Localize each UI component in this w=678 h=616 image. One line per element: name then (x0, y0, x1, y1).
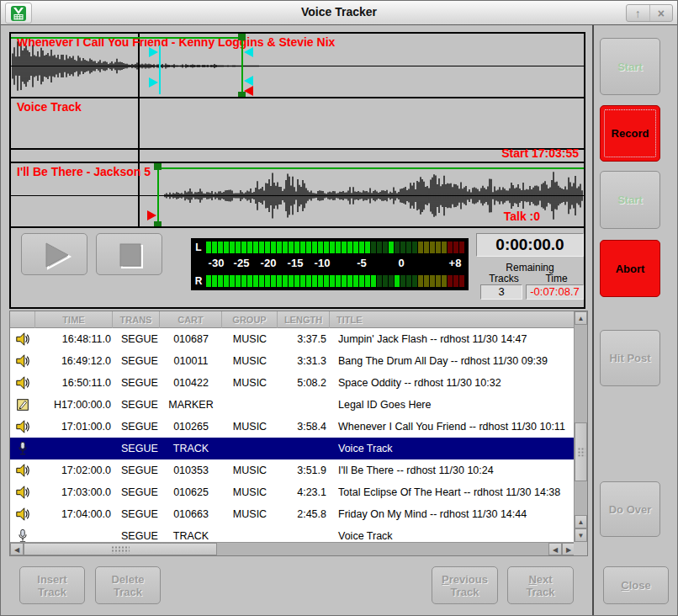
vu-segment (224, 242, 229, 253)
row-group: MUSIC (222, 372, 278, 394)
titlebar[interactable]: Voice Tracker ↑ × (1, 1, 677, 25)
insert-track-button[interactable]: Insert Track (19, 566, 85, 604)
vu-segment (265, 242, 270, 253)
vu-segment (230, 275, 235, 287)
fade-marker-arrow-icon[interactable] (149, 77, 158, 88)
vu-scale: -30-25-20-15-10-50+8 (191, 257, 469, 270)
fade-marker-line[interactable] (159, 45, 161, 94)
marker-handle-icon[interactable] (238, 34, 246, 40)
time-remaining-value: -0:07:08.7 (526, 284, 584, 300)
row-cart: 010687 (160, 328, 222, 350)
play-button[interactable] (21, 233, 87, 275)
vertical-scrollbar[interactable]: ▲ ▲ ▼ (574, 311, 587, 542)
delete-track-button[interactable]: Delete Track (95, 566, 161, 604)
vu-segment (347, 242, 352, 253)
scroll-left-icon[interactable]: ◀ (548, 543, 562, 555)
mic-icon (10, 438, 35, 459)
record-button[interactable]: Record (600, 105, 660, 162)
horizontal-scrollbar[interactable]: ◀ ◀ ▶ (10, 542, 575, 555)
row-time: 17:02:00.0 (35, 459, 113, 481)
vu-segment (342, 242, 347, 253)
horizontal-scroll-thumb[interactable] (24, 543, 217, 555)
start-previous-button[interactable]: Start (600, 38, 660, 95)
row-title: Bang The Drum All Day -- rdhost 11/30 09… (330, 350, 575, 372)
row-group: MUSIC (222, 350, 278, 372)
speaker-icon (10, 459, 35, 481)
vu-segment (453, 242, 458, 253)
row-length (278, 394, 330, 416)
track-panel-next: I'll Be There - Jackson 5 Talk :0 (11, 163, 584, 228)
play-icon (29, 237, 80, 271)
vu-segment (206, 275, 211, 287)
stop-button[interactable] (96, 233, 162, 275)
vu-segment (236, 242, 241, 253)
close-window-button[interactable]: × (649, 5, 673, 21)
segue-end-marker-line[interactable] (241, 35, 243, 98)
abort-button[interactable]: Abort (600, 240, 660, 297)
log-row[interactable]: H17:00:00.0 SEGUE MARKER Legal ID Goes H… (10, 394, 575, 416)
vu-segment (383, 242, 388, 253)
vu-segment (389, 242, 394, 253)
start-marker-line[interactable] (157, 165, 159, 226)
track-title: Voice Track (17, 100, 82, 114)
marker-icon (10, 394, 35, 416)
vertical-scroll-thumb[interactable] (575, 422, 587, 481)
transport-bar: L -30-25-20-15-10-50+8 R 0:00:00.0 Remai… (11, 228, 584, 302)
log-row[interactable]: SEGUE TRACK Voice Track (10, 438, 575, 459)
time-remaining-label: Time (529, 273, 584, 284)
vu-segment (442, 242, 447, 253)
log-row[interactable]: 16:50:11.0 SEGUE 010422 MUSIC 5:08.2 Spa… (10, 372, 575, 394)
vu-segment (206, 242, 211, 253)
vu-segment (377, 242, 382, 253)
fade-marker-arrow-icon[interactable] (244, 47, 253, 57)
hit-post-button[interactable]: Hit Post (600, 330, 660, 386)
speaker-icon (10, 350, 35, 372)
vu-left-label: L (191, 242, 206, 253)
col-icon (10, 311, 35, 328)
do-over-button[interactable]: Do Over (600, 481, 660, 537)
log-row[interactable]: 17:03:00.0 SEGUE 010625 MUSIC 4:23.1 Tot… (10, 481, 575, 503)
log-row[interactable]: 17:01:00.0 SEGUE 010265 MUSIC 3:58.4 Whe… (10, 416, 575, 438)
shade-button[interactable]: ↑ (627, 5, 649, 21)
previous-track-button[interactable]: Previous Track (432, 566, 498, 604)
close-button[interactable]: Close (603, 566, 669, 604)
vu-segment (353, 242, 358, 253)
speaker-icon (10, 328, 35, 350)
row-title: Voice Track (330, 438, 575, 459)
log-row[interactable]: 16:48:11.0 SEGUE 010687 MUSIC 3:37.5 Jum… (10, 328, 575, 350)
marker-handle-icon[interactable] (154, 221, 162, 228)
vu-segment (241, 275, 246, 287)
scroll-up-icon[interactable]: ▲ (575, 311, 587, 325)
start-next-button[interactable]: Start (600, 171, 660, 229)
segue-level-line (11, 37, 243, 39)
vu-segment (265, 275, 270, 287)
track-editor: Whenever I Call You Friend - Kenny Loggi… (9, 32, 585, 309)
end-marker-arrow-icon[interactable] (244, 86, 253, 96)
vu-segment (300, 242, 305, 253)
start-marker-arrow-icon[interactable] (147, 210, 156, 220)
row-length (278, 438, 330, 459)
row-title: Jumpin' Jack Flash -- rdhost 11/30 14:47 (330, 328, 575, 350)
vu-right-segments (206, 275, 465, 287)
fade-marker-arrow-icon[interactable] (244, 76, 253, 86)
row-title: I'll Be There -- rdhost 11/30 10:24 (330, 459, 575, 481)
row-group: MUSIC (222, 503, 278, 525)
vu-segment (365, 242, 370, 253)
vu-segment (424, 275, 429, 287)
vu-segment (271, 242, 276, 253)
vu-left-segments (206, 242, 465, 253)
col-group: GROUP (222, 311, 278, 328)
tracks-remaining-value: 3 (480, 284, 522, 300)
scroll-down-icon[interactable]: ▼ (575, 528, 587, 542)
vu-scale-tick: -15 (283, 257, 308, 269)
vu-segment (324, 275, 329, 287)
row-title: Legal ID Goes Here (330, 394, 575, 416)
scroll-up-icon[interactable]: ▲ (575, 515, 587, 528)
log-row[interactable]: 17:04:00.0 SEGUE 010663 MUSIC 2:45.8 Fri… (10, 503, 575, 525)
log-row[interactable]: 16:49:12.0 SEGUE 010011 MUSIC 3:31.3 Ban… (10, 350, 575, 372)
log-row[interactable]: 17:02:00.0 SEGUE 010353 MUSIC 3:51.9 I'l… (10, 459, 575, 481)
marker-handle-icon[interactable] (154, 163, 162, 170)
scroll-left-icon[interactable]: ◀ (10, 543, 24, 555)
next-track-button[interactable]: Next Track (507, 566, 574, 604)
fade-marker-arrow-icon[interactable] (149, 47, 158, 57)
